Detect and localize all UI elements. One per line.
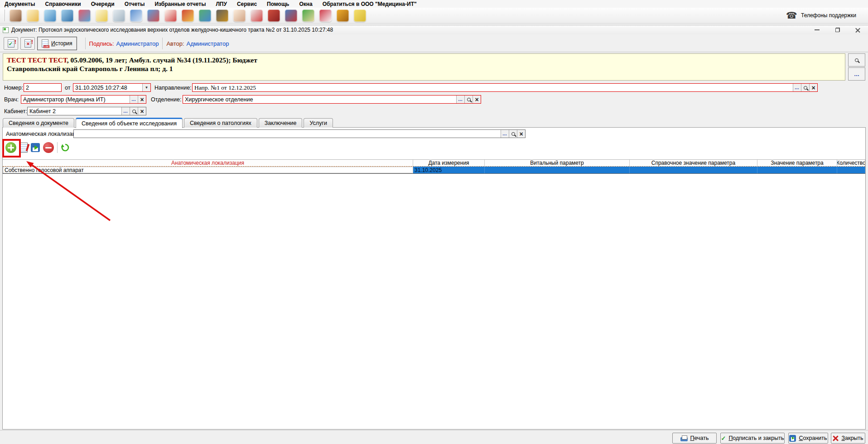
anatomical-clear-button[interactable]: ×: [517, 130, 525, 138]
cell-reference[interactable]: [630, 167, 757, 173]
department-search-button[interactable]: [464, 95, 473, 103]
menu-service[interactable]: Сервис: [237, 1, 257, 7]
cell-vital[interactable]: [485, 167, 630, 173]
separator: [85, 38, 86, 49]
doctor-clear-button[interactable]: ×: [138, 95, 146, 103]
minimize-button[interactable]: [807, 25, 827, 34]
chat-bubble-icon[interactable]: [354, 10, 366, 22]
export-document-icon[interactable]: [319, 10, 332, 22]
pills-icon[interactable]: [199, 10, 211, 22]
card-index-icon[interactable]: [44, 10, 56, 22]
cell-localization[interactable]: Собственно голосовой аппарат: [3, 167, 413, 173]
department-more-button[interactable]: …: [456, 95, 464, 103]
lab-tests-icon[interactable]: [78, 10, 91, 22]
department-clear-button[interactable]: ×: [473, 95, 481, 103]
red-book-icon[interactable]: [268, 10, 280, 22]
barcode-scanner-icon[interactable]: [216, 10, 228, 22]
search-icon: [467, 98, 471, 101]
save-button[interactable]: Сохранить: [788, 433, 828, 444]
patient-more-button[interactable]: …: [848, 67, 865, 81]
printer-icon: [680, 435, 688, 441]
document-title: Документ: Протокол эндоскопического иссл…: [11, 27, 333, 33]
header-quantity[interactable]: Количество: [837, 160, 865, 166]
unsign-document-button[interactable]: × !: [20, 37, 35, 50]
menu-documents[interactable]: Документы: [5, 1, 35, 7]
direction-more-button[interactable]: …: [793, 84, 801, 91]
doc-cross-icon: ×: [24, 39, 31, 48]
cell-date[interactable]: 31.10.2025: [413, 167, 485, 173]
header-measurement-date[interactable]: Дата измерения: [413, 160, 485, 166]
cell-quantity[interactable]: [837, 167, 865, 173]
padlock-icon[interactable]: [337, 10, 349, 22]
tab-conclusion[interactable]: Заключение: [259, 118, 303, 128]
medicines-icon[interactable]: [147, 10, 159, 22]
date-input[interactable]: 31.10.2025 10:27:48 ▼: [73, 83, 151, 92]
first-aid-book-icon[interactable]: [164, 10, 177, 22]
support-phones[interactable]: ☎ Телефоны поддержки: [786, 11, 856, 20]
menu-references[interactable]: Справочники: [45, 1, 81, 7]
schedule-clock-icon[interactable]: [130, 10, 142, 22]
document-icon: [3, 27, 9, 33]
cabinet-clear-button[interactable]: ×: [138, 107, 146, 115]
print-label: Печать: [690, 435, 709, 441]
search-icon: [132, 110, 136, 113]
support-phones-label: Телефоны поддержки: [801, 12, 856, 19]
tab-pathologies[interactable]: Сведения о патологиях: [184, 118, 257, 128]
date-value: 31.10.2025 10:27:48: [73, 85, 142, 91]
menu-favorite-reports[interactable]: Избранные отчеты: [154, 1, 206, 7]
patient-search-button[interactable]: [848, 53, 865, 67]
measurements-table: Анатомическая локализация Дата измерения…: [3, 159, 865, 174]
documents-icon[interactable]: [27, 10, 39, 22]
date-dropdown-button[interactable]: ▼: [142, 84, 150, 91]
menu-help[interactable]: Помощь: [267, 1, 289, 7]
menu-windows[interactable]: Окна: [299, 1, 312, 7]
header-parameter-value[interactable]: Значение параметра: [757, 160, 837, 166]
history-button[interactable]: LOG История: [37, 37, 77, 50]
remove-row-button[interactable]: [43, 142, 54, 153]
print-button[interactable]: Печать: [672, 433, 717, 444]
save-row-button[interactable]: [31, 143, 40, 152]
direction-input[interactable]: Напр. №1 от 12.12.2025 … ×: [192, 83, 818, 92]
doctor-input[interactable]: Администратор (Медицина ИТ) … ×: [21, 95, 146, 104]
patient-card-icon[interactable]: [61, 10, 73, 22]
menu-contact-support[interactable]: Обратиться в ООО "Медицина-ИТ": [323, 1, 417, 7]
number-input[interactable]: 2: [24, 83, 62, 92]
header-reference-value[interactable]: Справочное значение параметра: [630, 160, 757, 166]
basket-icon[interactable]: [182, 10, 194, 22]
cell-value[interactable]: [757, 167, 837, 173]
operator-icon[interactable]: [10, 10, 22, 22]
floppy-icon: [789, 435, 796, 442]
menu-queues[interactable]: Очереди: [91, 1, 115, 7]
lock-document-icon[interactable]: [302, 10, 314, 22]
header-anatomical-localization[interactable]: Анатомическая локализация: [3, 160, 413, 166]
doctor-more-button[interactable]: …: [130, 95, 138, 103]
menu-reports[interactable]: Отчеты: [125, 1, 145, 7]
sign-and-close-button[interactable]: ✓ Подписать и закрыть: [720, 433, 785, 444]
direction-search-button[interactable]: [801, 84, 809, 91]
tab-services[interactable]: Услуги: [304, 118, 333, 128]
close-document-button[interactable]: Закрыть: [831, 433, 865, 444]
cabinet-input[interactable]: Кабинет 2 … ×: [27, 107, 146, 115]
syringe-icon[interactable]: [113, 10, 125, 22]
calendar-clock-icon[interactable]: [285, 10, 297, 22]
patient-details: , 05.09.2006, 19 лет; Амбул. случай №34 …: [67, 56, 257, 64]
cabinet-search-button[interactable]: [130, 107, 138, 115]
menu-lpu[interactable]: ЛПУ: [216, 1, 227, 7]
cabinet-more-button[interactable]: …: [121, 107, 130, 115]
anatomical-more-button[interactable]: …: [501, 130, 509, 138]
anatomical-search-button[interactable]: [509, 130, 517, 138]
restore-button[interactable]: [827, 25, 848, 34]
direction-clear-button[interactable]: ×: [809, 84, 817, 91]
thermometer-icon[interactable]: [251, 10, 263, 22]
sign-document-button[interactable]: ✓ !: [4, 37, 18, 50]
notepad-pencil-icon[interactable]: [96, 10, 108, 22]
department-input[interactable]: Хирургическое отделение … ×: [183, 95, 481, 104]
tab-document-info[interactable]: Сведения о документе: [3, 118, 74, 128]
refresh-button[interactable]: [61, 143, 70, 152]
header-vital-parameter[interactable]: Витальный параметр: [485, 160, 630, 166]
anatomical-localization-input[interactable]: … ×: [73, 129, 526, 138]
close-button[interactable]: [848, 25, 868, 34]
nurse-icon[interactable]: [233, 10, 246, 22]
table-row[interactable]: Собственно голосовой аппарат 31.10.2025: [3, 167, 865, 174]
tab-investigation-object[interactable]: Сведения об объекте исследования: [76, 118, 183, 128]
